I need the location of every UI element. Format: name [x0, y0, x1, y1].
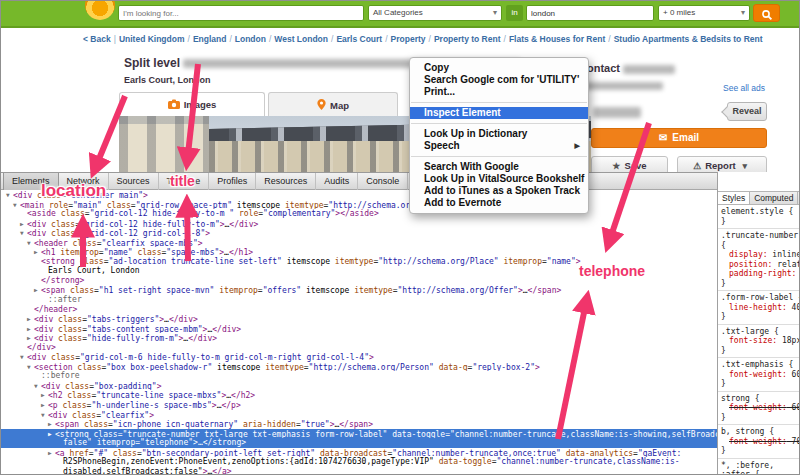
- code-line[interactable]: </div>: [1, 343, 717, 353]
- search-input[interactable]: [118, 5, 364, 21]
- code-line[interactable]: ▼<div class="grid-col-12 grid-col-l-8">: [1, 228, 717, 238]
- code-line[interactable]: ::after: [1, 295, 717, 305]
- breadcrumb-item[interactable]: Property to Rent: [434, 34, 501, 44]
- style-rule-selector[interactable]: element.style {: [721, 207, 798, 217]
- breadcrumb-item[interactable]: Studio Apartments & Bedsits to Rent: [614, 34, 763, 44]
- tab-map[interactable]: Map: [268, 92, 398, 116]
- menu-item-look-up-in-dictionary[interactable]: Look Up in Dictionary: [410, 128, 588, 140]
- code-line[interactable]: ::before: [1, 371, 717, 381]
- devtools-tab-elements[interactable]: Elements: [3, 173, 59, 190]
- expander-icon[interactable]: ▶: [48, 448, 55, 458]
- code-line[interactable]: ▶<div class="grid-col-12 hide-fully-to-m…: [1, 219, 717, 229]
- devtools-tab-resources[interactable]: Resources: [256, 173, 316, 190]
- expander-icon[interactable]: ▶: [48, 429, 55, 439]
- expander-icon[interactable]: ▶: [34, 247, 41, 257]
- expander-icon[interactable]: ▶: [41, 400, 48, 410]
- breadcrumb-item[interactable]: United Kingdom: [119, 34, 185, 44]
- code-line[interactable]: Earls Court, London: [1, 266, 717, 276]
- category-select[interactable]: All Categories ▾: [368, 5, 502, 21]
- location-input[interactable]: [526, 5, 654, 21]
- code-line[interactable]: </header>: [1, 305, 717, 315]
- style-rule-selector[interactable]: .form-row-label {: [721, 293, 798, 303]
- code-line[interactable]: ▼<div class="clearfix">: [1, 410, 717, 420]
- code-line[interactable]: ▶<span class="icn-phone icn-quaternary" …: [1, 419, 717, 429]
- breadcrumb-item[interactable]: West London: [274, 34, 328, 44]
- style-rule-selector[interactable]: .txt-large {: [721, 327, 798, 337]
- expander-icon[interactable]: ▼: [20, 228, 27, 238]
- menu-item-copy[interactable]: Copy: [410, 62, 588, 74]
- tab-styles[interactable]: Styles: [718, 192, 750, 204]
- breadcrumb-item[interactable]: London: [235, 34, 266, 44]
- expander-icon[interactable]: ▶: [20, 219, 27, 229]
- style-rule-selector[interactable]: *, :before,: [721, 461, 798, 471]
- code-line[interactable]: disabled,selfBroadcast:false">…</a>: [1, 467, 717, 475]
- distance-select[interactable]: + 0 miles ▾: [658, 5, 750, 21]
- expander-icon[interactable]: ▶: [48, 419, 55, 429]
- breadcrumb-item[interactable]: Property: [391, 34, 426, 44]
- menu-item-look-up-in-vitalsource-bookshelf[interactable]: Look Up in VitalSource Bookshelf: [410, 173, 588, 185]
- breadcrumb-item[interactable]: Flats & Houses for Rent: [509, 34, 605, 44]
- style-property[interactable]: font-weight: 600: [721, 370, 798, 380]
- menu-item-print[interactable]: Print...: [410, 86, 588, 98]
- code-line[interactable]: ▼<main role="main" class="grid-row space…: [1, 200, 717, 210]
- style-rule-selector[interactable]: strong {: [721, 394, 798, 404]
- devtools-tab-network[interactable]: Network: [59, 173, 109, 190]
- style-rule-selector[interactable]: .truncate-number: [721, 231, 798, 241]
- code-line[interactable]: ▶<strong class="truncate-number txt-larg…: [1, 429, 717, 439]
- expander-icon[interactable]: ▼: [13, 200, 20, 210]
- menu-item-search-google-com-for-utility[interactable]: Search Google com for 'UTILITY': [410, 74, 588, 86]
- code-line[interactable]: ▶<div class="tabs-triggers">…</div>: [1, 314, 717, 324]
- tab-computed[interactable]: Computed: [750, 192, 798, 204]
- style-rule-selector[interactable]: {: [721, 241, 798, 251]
- back-link[interactable]: < Back: [83, 34, 111, 44]
- devtools-tab-sources[interactable]: Sources: [109, 173, 159, 190]
- code-line[interactable]: R2SPhoneBegin,zenoEvent:PhoneEvent,zenoO…: [1, 457, 717, 467]
- code-line[interactable]: ▼<div class="container main">: [1, 190, 717, 200]
- code-line[interactable]: ▼<div class="box-padding">: [1, 381, 717, 391]
- devtools-tab-profiles[interactable]: Profiles: [209, 173, 256, 190]
- expander-icon[interactable]: ▼: [41, 410, 48, 420]
- reveal-button[interactable]: Reveal: [727, 102, 767, 121]
- expander-icon[interactable]: ▶: [27, 314, 34, 324]
- code-line[interactable]: ▶<h2 class="truncate-line space-mbxs">…<…: [1, 390, 717, 400]
- code-line[interactable]: ▶<div class="tabs-content space-mbm">…</…: [1, 324, 717, 334]
- style-rule-selector[interactable]: :after {: [721, 470, 798, 475]
- code-line[interactable]: <aside class="grid-col-12 hide-fully-to-…: [1, 209, 717, 219]
- expander-icon[interactable]: ▼: [6, 190, 13, 200]
- code-line[interactable]: </strong>: [1, 276, 717, 286]
- code-line[interactable]: false" itemprop="telephone">…</strong>: [1, 438, 717, 448]
- code-line[interactable]: ▶<div class="hide-fully-from-m">…</div>: [1, 333, 717, 343]
- style-rule-selector[interactable]: b, strong {: [721, 427, 798, 437]
- email-button[interactable]: ✉Email: [591, 128, 767, 148]
- style-property[interactable]: position: relative: [721, 260, 798, 270]
- code-line[interactable]: ▶<p class="h-underline-s space-mbs">…</p…: [1, 400, 717, 410]
- expander-icon[interactable]: ▶: [27, 333, 34, 343]
- menu-item-speech[interactable]: Speech▶: [410, 140, 588, 152]
- breadcrumb-item[interactable]: Earls Court: [336, 34, 382, 44]
- style-property[interactable]: font-weight: 600: [721, 403, 798, 413]
- devtools-tab-console[interactable]: Console: [358, 173, 408, 190]
- menu-item-search-with-google[interactable]: Search With Google: [410, 161, 588, 173]
- expander-icon[interactable]: ▶: [41, 390, 48, 400]
- menu-item-inspect-element[interactable]: Inspect Element: [410, 107, 588, 119]
- expander-icon[interactable]: ▼: [27, 362, 34, 372]
- style-property[interactable]: display: inline-b: [721, 250, 798, 260]
- style-property[interactable]: font-size: 18px: [721, 336, 798, 346]
- tab-images[interactable]: Images: [119, 92, 265, 116]
- search-button[interactable]: [753, 4, 780, 22]
- devtools-tab-audits[interactable]: Audits: [316, 173, 358, 190]
- expander-icon[interactable]: ▼: [27, 238, 34, 248]
- expander-icon[interactable]: ▶: [27, 324, 34, 334]
- breadcrumb-item[interactable]: England: [193, 34, 227, 44]
- code-line[interactable]: ▼<div class="grid-col-m-6 hide-fully-to-…: [1, 352, 717, 362]
- code-line[interactable]: ▼<header class="clearfix space-mbs">: [1, 238, 717, 248]
- expander-icon[interactable]: ▼: [34, 381, 41, 391]
- code-line[interactable]: ▼<section class="box box-peelshadow-r" i…: [1, 362, 717, 372]
- see-all-ads-link[interactable]: See all ads: [723, 83, 765, 93]
- code-line[interactable]: ▶<span class="h1 set-right space-mvn" it…: [1, 285, 717, 295]
- style-rule-selector[interactable]: .txt-emphasis {: [721, 360, 798, 370]
- code-line[interactable]: ▶<h1 itemprop="name" class="space-mbs">……: [1, 247, 717, 257]
- code-line[interactable]: ▶<a href="#" class="btn-secondary-point-…: [1, 448, 717, 458]
- menu-item-add-to-itunes-as-a-spoken-track[interactable]: Add to iTunes as a Spoken Track: [410, 185, 588, 197]
- expander-icon[interactable]: ▼: [20, 352, 27, 362]
